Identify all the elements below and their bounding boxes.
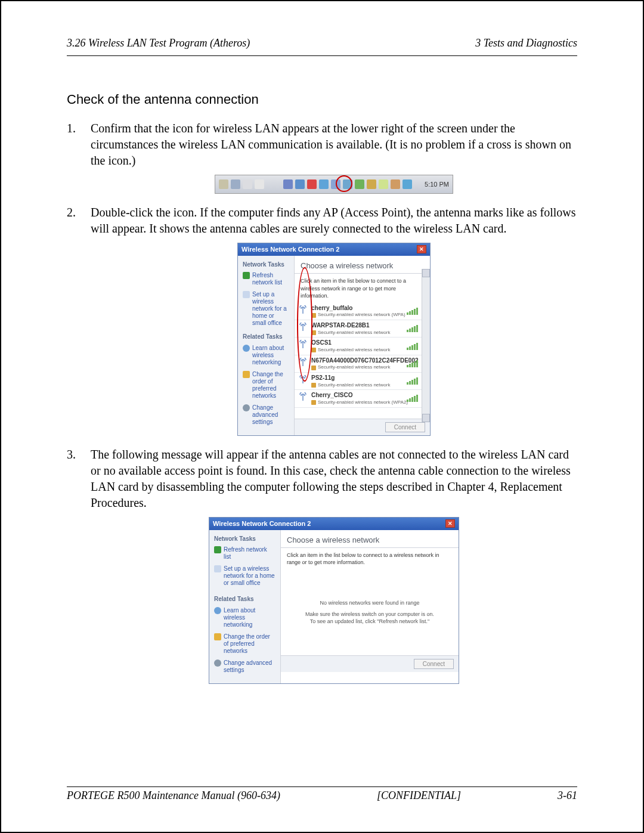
signal-bars-icon <box>407 325 418 332</box>
sidebar-learn[interactable]: Learn about wireless networking <box>243 345 289 366</box>
network-item[interactable]: Cherry_CISCO Security-enabled wireless n… <box>295 390 430 407</box>
tray-icon <box>402 179 412 189</box>
tray-icon <box>355 179 364 189</box>
dialog-main: Choose a wireless network Click an item … <box>281 530 459 683</box>
sidebar-learn[interactable]: Learn about wireless networking <box>214 607 275 628</box>
wireless-dialog-empty: Wireless Network Connection 2 ✕ Network … <box>209 517 459 684</box>
dialog-titlebar[interactable]: Wireless Network Connection 2 ✕ <box>209 518 459 530</box>
network-item[interactable]: N67F0A44000D076C7012C24FFDE002 Security-… <box>295 355 430 373</box>
tray-icon <box>219 179 228 189</box>
signal-bars-icon <box>407 308 418 315</box>
signal-bars-icon <box>407 360 418 367</box>
signal-bars-icon <box>407 343 418 350</box>
network-list[interactable]: cherry_buffalo Security-enabled wireless… <box>295 303 430 419</box>
system-tray: 5:10 PM <box>215 175 453 194</box>
tray-icon <box>243 179 252 189</box>
signal-bars-icon <box>407 395 418 402</box>
close-icon[interactable]: ✕ <box>445 519 455 528</box>
step-3: 3. The following message will appear if … <box>91 447 577 684</box>
dialog-titlebar[interactable]: Wireless Network Connection 2 ✕ <box>238 243 430 256</box>
network-item[interactable]: OSCS1 Security-enabled wireless network <box>295 337 430 355</box>
choose-subtext: Click an item in the list below to conne… <box>281 548 459 569</box>
antenna-icon <box>298 375 308 385</box>
step-1-text: Confirm that the icon for wireless LAN a… <box>91 122 571 167</box>
footer-right: 3-61 <box>558 789 577 802</box>
tray-icon <box>319 179 329 189</box>
choose-subtext: Click an item in the list below to conne… <box>295 274 430 302</box>
dialog-sidebar: Network Tasks Refresh network list Set u… <box>238 256 295 435</box>
lock-icon <box>311 313 316 318</box>
antenna-icon <box>298 340 308 349</box>
tray-time: 5:10 PM <box>425 180 449 189</box>
scroll-up-icon[interactable] <box>422 269 430 277</box>
header-left: 3.26 Wireless LAN Test Program (Atheros) <box>67 37 250 49</box>
sidebar-change-order[interactable]: Change the order of preferred networks <box>243 371 289 400</box>
sidebar-change-adv[interactable]: Change advanced settings <box>243 404 289 426</box>
tray-icon <box>231 179 240 189</box>
tray-icon <box>255 179 264 189</box>
tray-icon <box>391 179 400 189</box>
step-2-num: 2. <box>67 205 76 221</box>
header-right: 3 Tests and Diagnostics <box>475 37 577 49</box>
scroll-down-icon[interactable] <box>422 414 430 422</box>
tray-icon <box>283 179 293 189</box>
choose-heading: Choose a wireless network <box>295 256 430 274</box>
dialog-footer: Connect <box>295 419 430 435</box>
step-1: 1. Confirm that the icon for wireless LA… <box>91 120 577 194</box>
tray-icon <box>379 179 388 189</box>
antenna-icon <box>298 392 308 402</box>
sidebar-setup[interactable]: Set up a wireless network for a home or … <box>214 565 275 587</box>
sidebar-change-adv[interactable]: Change advanced settings <box>214 659 275 674</box>
network-item[interactable]: PS2-11g Security-enabled wireless networ… <box>295 373 430 390</box>
footer-rule <box>67 786 577 787</box>
step-3-num: 3. <box>67 447 76 463</box>
red-circle-annotation <box>336 175 352 192</box>
antenna-icon <box>298 305 308 315</box>
step-2-text: Double-click the icon. If the computer f… <box>91 206 576 235</box>
step-2: 2. Double-click the icon. If the compute… <box>91 205 577 436</box>
wireless-dialog-connected: Wireless Network Connection 2 ✕ Network … <box>237 243 431 436</box>
sidebar-heading-related-tasks: Related Tasks <box>214 595 275 603</box>
dialog-main: Choose a wireless network Click an item … <box>295 256 430 435</box>
antenna-icon <box>298 323 308 332</box>
tray-icon <box>367 179 376 189</box>
close-icon[interactable]: ✕ <box>417 245 426 253</box>
footer-left: PORTEGE R500 Maintenance Manual (960-634… <box>67 789 280 802</box>
sidebar-refresh[interactable]: Refresh network list <box>214 546 275 561</box>
lock-icon <box>311 366 316 370</box>
choose-heading: Choose a wireless network <box>281 530 459 549</box>
no-networks-message: No wireless networks were found in range… <box>281 570 459 655</box>
dialog-sidebar: Network Tasks Refresh network list Set u… <box>209 530 281 683</box>
footer-center: [CONFIDENTIAL] <box>377 789 461 802</box>
lock-icon <box>311 348 316 352</box>
lock-icon <box>311 330 316 335</box>
lock-icon <box>311 400 316 405</box>
scrollbar[interactable] <box>422 269 430 422</box>
section-title: Check of the antenna connection <box>67 92 577 107</box>
tray-icon <box>307 179 317 189</box>
sidebar-setup[interactable]: Set up a wireless network for a home or … <box>243 291 289 327</box>
connect-button[interactable]: Connect <box>385 422 425 432</box>
network-item[interactable]: WARPSTAR-DE28B1 Security-enabled wireles… <box>295 320 430 337</box>
header-rule <box>67 55 577 56</box>
sidebar-heading-network-tasks: Network Tasks <box>214 535 275 543</box>
step-3-text: The following message will appear if the… <box>91 448 571 509</box>
connect-button[interactable]: Connect <box>414 659 454 669</box>
antenna-icon <box>298 358 308 367</box>
lock-icon <box>311 383 316 388</box>
network-item[interactable]: cherry_buffalo Security-enabled wireless… <box>295 303 430 320</box>
signal-bars-icon <box>407 377 418 385</box>
dialog-footer: Connect <box>281 655 459 672</box>
tray-icon <box>295 179 305 189</box>
sidebar-heading-network-tasks: Network Tasks <box>243 261 289 269</box>
step-1-num: 1. <box>67 120 76 137</box>
dialog-title-text: Wireless Network Connection 2 <box>213 519 311 528</box>
sidebar-change-order[interactable]: Change the order of preferred networks <box>214 633 275 655</box>
sidebar-heading-related-tasks: Related Tasks <box>243 333 289 341</box>
dialog-title-text: Wireless Network Connection 2 <box>242 245 339 254</box>
sidebar-refresh[interactable]: Refresh network list <box>243 272 289 286</box>
